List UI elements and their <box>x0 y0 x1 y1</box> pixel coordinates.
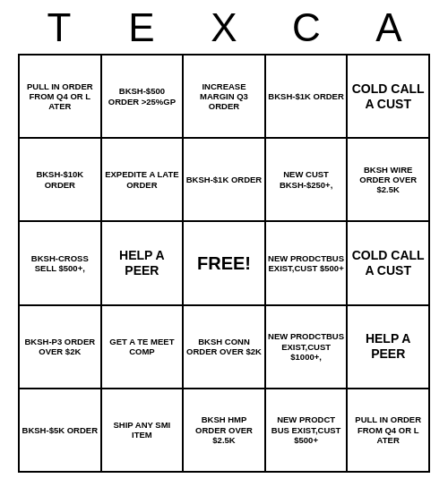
header-letter-e: E <box>106 5 177 50</box>
bingo-cell-8: NEW CUST BKSH-$250+, <box>265 138 348 221</box>
bingo-cell-1: BKSH-$500 ORDER >25%GP <box>101 55 184 138</box>
bingo-cell-14: COLD CALL A CUST <box>347 221 429 304</box>
bingo-cell-19: HELP A PEER <box>347 305 429 389</box>
bingo-cell-11: HELP A PEER <box>101 221 184 304</box>
header-letter-t: T <box>23 5 95 50</box>
bingo-cell-16: GET A TE MEET COMP <box>101 305 184 389</box>
bingo-cell-3: BKSH-$1K ORDER <box>265 55 348 138</box>
bingo-cell-13: NEW PRODCTBUS EXIST,CUST $500+ <box>265 221 348 304</box>
bingo-cell-12: FREE! <box>183 221 265 304</box>
header-letter-x: X <box>188 5 260 50</box>
bingo-cell-0: PULL IN ORDER FROM Q4 OR L ATER <box>19 55 101 138</box>
bingo-cell-6: EXPEDITE A LATE ORDER <box>101 138 184 221</box>
header-letter-a: A <box>353 5 425 50</box>
bingo-cell-24: PULL IN ORDER FROM Q4 OR L ATER <box>347 389 429 472</box>
bingo-cell-5: BKSH-$10K ORDER <box>19 138 101 221</box>
bingo-cell-20: BKSH-$5K ORDER <box>19 389 101 472</box>
bingo-cell-10: BKSH-CROSS SELL $500+, <box>19 221 101 304</box>
bingo-cell-23: NEW PRODCT BUS EXIST,CUST $500+ <box>265 389 348 472</box>
bingo-cell-22: BKSH HMP ORDER OVER $2.5K <box>183 389 265 472</box>
bingo-cell-18: NEW PRODCTBUS EXIST,CUST $1000+, <box>265 305 348 389</box>
bingo-cell-2: INCREASE MARGIN Q3 ORDER <box>183 55 265 138</box>
bingo-cell-21: SHIP ANY SMI ITEM <box>101 389 184 472</box>
bingo-grid: PULL IN ORDER FROM Q4 OR L ATERBKSH-$500… <box>18 54 430 473</box>
bingo-cell-9: BKSH WIRE ORDER OVER $2.5K <box>347 138 429 221</box>
bingo-header: TEXCA <box>18 0 430 54</box>
bingo-cell-17: BKSH CONN ORDER OVER $2K <box>183 305 265 389</box>
header-letter-c: C <box>271 5 342 50</box>
bingo-cell-7: BKSH-$1K ORDER <box>183 138 265 221</box>
bingo-cell-4: COLD CALL A CUST <box>347 55 429 138</box>
bingo-cell-15: BKSH-P3 ORDER OVER $2K <box>19 305 101 389</box>
